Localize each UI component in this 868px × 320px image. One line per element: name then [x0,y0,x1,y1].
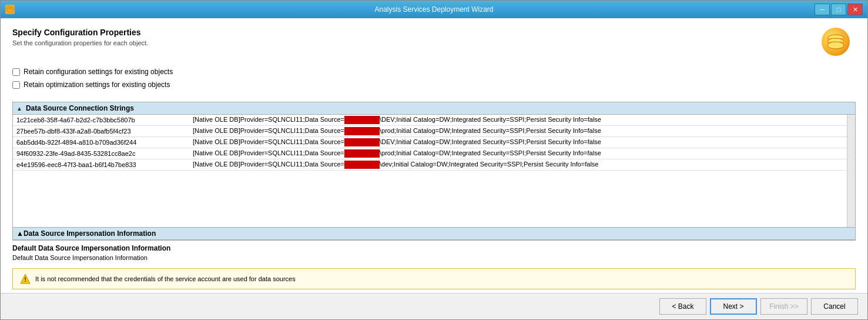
wizard-icon [822,28,850,56]
title-bar-controls: ─ □ ✕ [815,4,863,15]
row-id: 94f60932-23fe-49ad-8435-53281cc8ae2c [13,148,189,159]
grid-scroll-area[interactable]: 1c21ceb8-35ff-4a67-b2d2-c7b3bbc5807b [Na… [13,115,847,227]
wizard-window: Analysis Services Deployment Wizard ─ □ … [0,0,868,320]
next-button[interactable]: Next > [710,298,757,315]
app-icon [5,5,15,14]
back-button[interactable]: < Back [659,298,706,315]
title-bar: Analysis Services Deployment Wizard ─ □ … [1,1,867,18]
data-source-header[interactable]: ▲ Data Source Connection Strings [13,102,855,115]
content-area: Specify Configuration Properties Set the… [1,18,867,319]
impersonation-section: Default Data Source Impersonation Inform… [1,241,867,265]
row-value: [Native OLE DB]Provider=SQLNCLI11;Data S… [189,126,847,137]
svg-text:!: ! [24,276,26,283]
collapse-icon: ▲ [16,105,22,112]
row-id: e4e19596-eec8-47f3-baa1-b6f14b7be833 [13,159,189,171]
close-button[interactable]: ✕ [847,4,863,15]
table-row[interactable]: 6ab5dd4b-922f-4894-a810-b709ad36f244 [Na… [13,137,847,148]
collapse-icon-2: ▲ [16,229,24,238]
row-id: 6ab5dd4b-922f-4894-a810-b709ad36f244 [13,137,189,148]
table-row[interactable]: e4e19596-eec8-47f3-baa1-b6f14b7be833 [Na… [13,159,847,171]
vertical-scrollbar[interactable] [847,115,855,227]
page-subtitle: Set the configuration properties for eac… [12,39,148,46]
window-title: Analysis Services Deployment Wizard [374,5,493,14]
footer: < Back Next > Finish >> Cancel [1,293,867,319]
retain-config-checkbox[interactable] [12,68,20,76]
row-value: [Native OLE DB]Provider=SQLNCLI11;Data S… [189,115,847,126]
warning-text: It is not recommended that the credentia… [35,275,296,282]
data-source-header-label: Data Source Connection Strings [26,104,134,112]
minimize-button[interactable]: ─ [815,4,830,15]
warning-icon: ! [20,274,31,284]
redacted-server [344,138,380,146]
row-value: [Native OLE DB]Provider=SQLNCLI11;Data S… [189,159,847,171]
redacted-server [344,127,380,135]
header-section: Specify Configuration Properties Set the… [1,18,867,62]
header-text: Specify Configuration Properties Set the… [12,28,148,46]
impersonation-header[interactable]: ▲ Data Source Impersonation Information [13,227,855,240]
checkboxes-section: Retain configuration settings for existi… [1,62,867,99]
impersonation-description: Default Data Source Impersonation Inform… [12,254,856,261]
svg-point-7 [827,42,844,49]
table-row[interactable]: 94f60932-23fe-49ad-8435-53281cc8ae2c [Na… [13,148,847,159]
retain-optimization-row: Retain optimization settings for existin… [12,81,856,89]
retain-config-row: Retain configuration settings for existi… [12,68,856,76]
title-bar-left [5,5,15,14]
data-source-table: 1c21ceb8-35ff-4a67-b2d2-c7b3bbc5807b [Na… [13,115,847,171]
row-id: 1c21ceb8-35ff-4a67-b2d2-c7b3bbc5807b [13,115,189,126]
table-row[interactable]: 1c21ceb8-35ff-4a67-b2d2-c7b3bbc5807b [Na… [13,115,847,126]
page-title: Specify Configuration Properties [12,28,148,37]
retain-config-label[interactable]: Retain configuration settings for existi… [24,68,173,76]
grid-with-scrollbar: 1c21ceb8-35ff-4a67-b2d2-c7b3bbc5807b [Na… [13,115,855,227]
restore-button[interactable]: □ [831,4,846,15]
table-row[interactable]: 27bee57b-dbf8-433f-a2a8-0bafb5f4cf23 [Na… [13,126,847,137]
cancel-button[interactable]: Cancel [811,298,858,315]
redacted-server [344,161,380,169]
retain-optimization-label[interactable]: Retain optimization settings for existin… [24,81,170,89]
redacted-server [344,149,380,158]
redacted-server [344,116,380,124]
finish-button[interactable]: Finish >> [760,298,807,315]
data-source-grid: ▲ Data Source Connection Strings 1c21ceb… [12,102,856,241]
impersonation-header-label: Data Source Impersonation Information [24,229,156,238]
row-value: [Native OLE DB]Provider=SQLNCLI11;Data S… [189,148,847,159]
impersonation-title: Default Data Source Impersonation Inform… [12,244,856,252]
row-id: 27bee57b-dbf8-433f-a2a8-0bafb5f4cf23 [13,126,189,137]
warning-box: ! It is not recommended that the credent… [12,268,856,289]
svg-point-2 [6,9,14,12]
retain-optimization-checkbox[interactable] [12,81,20,89]
row-value: [Native OLE DB]Provider=SQLNCLI11;Data S… [189,137,847,148]
